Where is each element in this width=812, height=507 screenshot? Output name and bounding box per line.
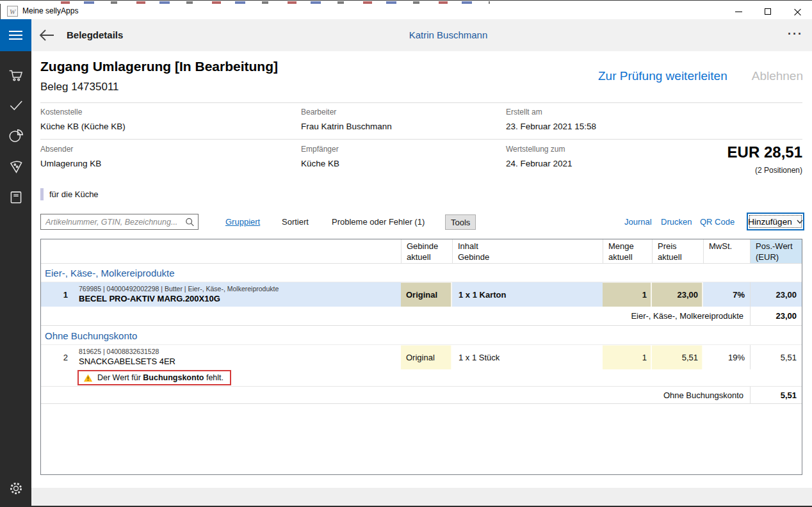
validation-warning-row: Der Wert für Buchungskonto fehlt. [41,369,802,387]
cell-poswert: 23,00 [750,282,802,307]
row-number: 2 [41,345,74,369]
article-meta: 769985 | 04000492002298 | Butter | Eier-… [79,285,401,293]
col-header-mwst: MwSt. [703,239,750,263]
table-row[interactable]: 2 819625 | 04008832631528 SNACKGABELSETS… [41,345,802,369]
group-subtotal-row: Ohne Buchungskonto 5,51 [41,387,802,404]
positions-table: Gebinde aktuell Inhalt Gebinde Menge akt… [40,239,802,475]
forward-for-review-button[interactable]: Zur Prüfung weiterleiten [598,69,727,83]
close-button[interactable] [783,4,812,19]
subtotal-label: Ohne Buchungskonto [41,387,750,403]
row-number: 1 [41,282,74,307]
col-header-inhalt: Inhalt Gebinde [452,239,603,263]
hamburger-menu-button[interactable] [0,19,31,51]
app-logo-icon: W [7,6,18,17]
cell-preis: 23,00 [652,282,703,307]
table-row-selected[interactable]: 1 769985 | 04000492002298 | Butter | Eie… [41,282,802,307]
qr-code-link[interactable]: QR Code [700,217,735,227]
search-icon [185,217,195,227]
total-amount: EUR 28,51 [727,143,802,161]
sidebar-item-orders[interactable] [0,60,31,90]
group-header[interactable]: Eier-, Käse-, Molkereiprodukte [41,264,802,282]
minimize-icon [735,12,742,12]
field-wertstellung: Wertstellung zum24. Februar 2021 [506,145,698,168]
subtotal-value: 5,51 [750,387,802,403]
document-number: Beleg 14735011 [40,81,119,93]
col-header-poswert: Pos.-Wert (EUR) [750,239,802,263]
field-erstellt-am: Erstellt am23. Februar 2021 15:58 [506,108,698,131]
reject-button[interactable]: Ablehnen [752,69,803,83]
cell-inhalt: 1 x 1 Karton [452,282,603,307]
cell-poswert: 5,51 [750,345,802,369]
sidebar-item-reports[interactable] [0,120,31,150]
sidebar-item-approvals[interactable] [0,90,31,120]
article-name: SNACKGABELSETS 4ER [79,357,401,366]
field-empfaenger: EmpfängerKüche KB [301,145,493,168]
cell-mwst: 19% [703,345,750,369]
warning-triangle-icon [83,374,93,382]
header-user-name[interactable]: Katrin Buschmann [359,19,538,51]
settings-gear-icon [8,480,24,497]
col-header-preis: Preis aktuell [652,239,703,263]
document-note: für die Küche [40,188,99,200]
print-link[interactable]: Drucken [661,217,692,227]
subtotal-value: 23,00 [750,307,802,325]
cell-menge: 1 [603,345,652,369]
maximize-button[interactable] [753,4,783,19]
items-toolbar: Gruppiert Sortiert Probleme oder Fehler … [31,214,812,233]
sidebar-item-catalog[interactable] [0,182,31,212]
note-marker [40,188,44,200]
cell-menge: 1 [603,282,652,307]
minimize-button[interactable] [724,4,753,19]
total-positions: (2 Positionen) [727,166,802,175]
close-icon [794,8,801,15]
field-absender: AbsenderUmlagerung KB [40,145,232,168]
footer-strip [31,488,812,506]
divider [40,102,802,103]
pizza-slice-icon [8,158,24,175]
group-subtotal-row: Eier-, Käse-, Molkereiprodukte 23,00 [41,307,802,326]
chevron-down-icon [797,220,803,224]
filter-grouped[interactable]: Gruppiert [225,217,260,227]
tools-button[interactable]: Tools [445,214,476,230]
document-title: Zugang Umlagerung [In Bearbeitung] [40,59,278,74]
book-icon [8,189,24,205]
maximize-icon [765,8,771,15]
journal-link[interactable]: Journal [624,217,652,227]
col-header-gebinde: Gebinde aktuell [401,239,452,263]
app-window: W Meine sellyApps Belegdetails Katrin Bu… [0,0,812,507]
back-button[interactable] [38,28,55,43]
article-search-input[interactable] [41,214,183,229]
window-title: Meine sellyApps [22,6,78,15]
cell-inhalt: 1 x 1 Stück [452,345,603,369]
document-detail-panel: Zugang Umlagerung [In Bearbeitung] Beleg… [31,51,812,488]
app-header: Belegdetails Katrin Buschmann ··· [0,19,812,51]
cell-gebinde: Original [401,345,452,369]
back-arrow-icon [38,28,55,43]
note-text: für die Küche [49,189,99,199]
divider [40,139,802,140]
more-options-button[interactable]: ··· [788,19,803,51]
cell-mwst: 7% [703,282,750,307]
window-titlebar: W Meine sellyApps [0,4,812,19]
document-total: EUR 28,51 (2 Positionen) [727,143,802,175]
warning-text: Der Wert für Buchungskonto fehlt. [97,373,223,382]
sidebar-item-settings[interactable] [0,473,31,503]
group-header[interactable]: Ohne Buchungskonto [41,326,802,345]
checkmark-icon [8,97,24,113]
sidebar-nav [0,51,31,507]
cell-preis: 5,51 [652,345,703,369]
filter-problems[interactable]: Probleme oder Fehler (1) [332,217,425,227]
field-kostenstelle: KostenstelleKüche KB (Küche KB) [40,108,232,131]
article-search-box [40,214,199,230]
validation-warning-box: Der Wert für Buchungskonto fehlt. [77,370,231,385]
article-description: 819625 | 04008832631528 SNACKGABELSETS 4… [74,345,401,369]
cart-icon [8,67,24,83]
add-button[interactable]: Hinzufügen [747,213,804,230]
pie-chart-icon [8,127,24,144]
article-description: 769985 | 04000492002298 | Butter | Eier-… [74,282,401,307]
table-header-row: Gebinde aktuell Inhalt Gebinde Menge akt… [41,239,802,264]
field-bearbeiter: BearbeiterFrau Katrin Buschmann [301,108,493,131]
filter-sorted[interactable]: Sortiert [282,217,309,227]
col-header-menge: Menge aktuell [603,239,652,263]
sidebar-item-menu-planning[interactable] [0,151,31,181]
